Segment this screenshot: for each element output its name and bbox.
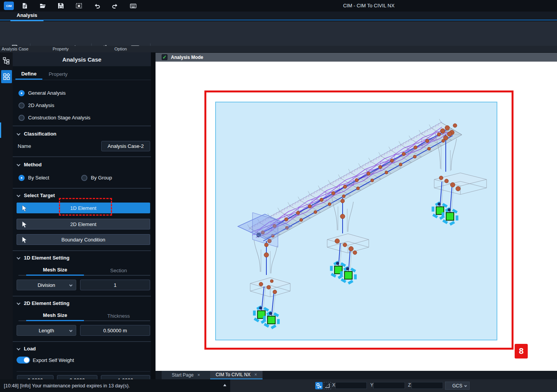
analysis-mode-checkbox[interactable]: ✓ — [162, 54, 167, 60]
toggle-label: Export Self Weight — [33, 357, 74, 363]
load-z-input[interactable]: 1.0000 — [101, 375, 150, 379]
section-header[interactable]: 2D Element Setting — [18, 300, 69, 306]
modules-panel-icon[interactable] — [1, 70, 12, 83]
open-folder-icon[interactable] — [39, 2, 46, 9]
close-window-icon[interactable] — [75, 2, 82, 9]
section-header[interactable]: Select Target — [18, 193, 55, 198]
tab-label: Start Page — [172, 372, 194, 378]
radio-icon — [81, 175, 87, 181]
mesh-length-dropdown[interactable]: Length — [17, 325, 76, 336]
section-header[interactable]: 1D Element Setting — [18, 255, 69, 261]
load-y-input[interactable]: 0.0000 — [57, 375, 97, 379]
panel-tab-row: Define Property — [13, 66, 151, 80]
coordinate-system-dropdown[interactable]: GCS — [445, 382, 470, 390]
radio-icon — [18, 102, 25, 109]
tree-view-icon[interactable] — [3, 57, 10, 64]
dropdown-value: GCS — [452, 383, 462, 389]
button-label: 2D Element — [70, 221, 97, 227]
radio-construction-stage[interactable]: Construction Stage Analysis — [18, 114, 90, 121]
cursor-icon — [22, 205, 28, 212]
app-logo[interactable]: CIM — [4, 2, 14, 10]
y-coordinate-label: Y — [370, 382, 373, 388]
snap-point-icon[interactable] — [315, 382, 323, 389]
divider — [17, 371, 150, 372]
group-label-option: Option — [91, 47, 150, 51]
analysis-mode-bar: ✓ Analysis Mode — [156, 53, 557, 62]
analysis-mode-label: Analysis Mode — [171, 55, 203, 60]
section-header[interactable]: Classification — [18, 131, 57, 137]
strip-active-accent — [0, 122, 1, 138]
menu-tab-analysis[interactable]: Analysis — [10, 12, 43, 21]
chevron-down-icon — [17, 256, 20, 260]
dropdown-value: Division — [38, 282, 55, 288]
cursor-icon — [22, 236, 28, 243]
x-coordinate-label: X — [332, 382, 335, 388]
status-message: [10:48] [Info] Your maintenance period e… — [4, 383, 130, 389]
tab-define[interactable]: Define — [15, 69, 42, 80]
new-document-icon[interactable] — [21, 2, 28, 9]
select-boundary-condition-button[interactable]: Boundary Condition — [17, 234, 150, 245]
tab-label: CIM To CIVIL NX — [216, 372, 251, 377]
tab-mesh-size[interactable]: Mesh Size — [26, 265, 84, 276]
radio-icon — [18, 90, 25, 96]
chevron-down-icon — [17, 162, 20, 166]
annotation-dotted-box — [59, 198, 112, 216]
z-coordinate-label: Z — [408, 382, 411, 388]
division-value-input[interactable]: 1 — [80, 280, 150, 290]
cursor-icon — [22, 221, 28, 228]
radio-label: Construction Stage Analysis — [28, 115, 90, 121]
chevron-down-icon — [69, 283, 72, 286]
name-input[interactable]: Analysis Case-2 — [101, 141, 150, 151]
classification-section: Classification Name Analysis Case-2 — [13, 126, 151, 156]
radio-label: By Group — [91, 175, 112, 181]
chevron-down-icon — [17, 347, 20, 350]
close-icon[interactable]: × — [254, 372, 257, 377]
analysis-case-panel: Analysis Case Define Property General An… — [13, 52, 151, 379]
expand-log-icon[interactable] — [223, 384, 226, 386]
close-icon[interactable]: × — [197, 372, 200, 378]
analysis-type-section: General Analysis 2D Analysis Constructio… — [13, 80, 151, 126]
ribbon: Define Change Tapered Group Global View — [0, 21, 557, 46]
chevron-down-icon — [17, 132, 20, 136]
toggle-knob — [24, 357, 29, 363]
undo-icon[interactable] — [94, 2, 100, 9]
x-coordinate-input[interactable] — [335, 382, 367, 389]
length-value-input[interactable]: 0.50000 m — [80, 325, 150, 336]
button-label: Boundary Condition — [61, 237, 105, 243]
angle-snap-icon[interactable] — [324, 382, 331, 389]
mesh-type-dropdown[interactable]: Division — [17, 280, 76, 290]
tab-section[interactable]: Section — [90, 265, 147, 276]
z-coordinate-input[interactable] — [411, 382, 443, 389]
tab-thickness[interactable]: Thickness — [90, 310, 147, 321]
dropdown-value: Length — [39, 328, 54, 333]
radio-icon — [18, 115, 25, 121]
tab-property[interactable]: Property — [44, 69, 72, 80]
group-label-property: Property — [30, 47, 91, 51]
radio-2d-analysis[interactable]: 2D Analysis — [18, 102, 54, 109]
radio-label: By Select — [28, 175, 49, 181]
radio-general-analysis[interactable]: General Analysis — [18, 89, 66, 96]
subtab-row: Mesh Size Thickness — [18, 310, 150, 321]
chevron-down-icon — [464, 384, 467, 387]
chevron-down-icon — [17, 301, 20, 305]
model-viewport[interactable]: 8 ✓ Analysis Mode — [156, 53, 557, 371]
section-header[interactable]: Load — [18, 346, 36, 352]
radio-label: 2D Analysis — [28, 102, 54, 108]
method-section: Method By Select By Group — [13, 156, 151, 188]
keyboard-icon[interactable] — [130, 2, 137, 9]
load-x-input[interactable]: 0.0000 — [17, 375, 54, 379]
section-header[interactable]: Method — [18, 162, 42, 168]
save-icon[interactable] — [57, 2, 64, 9]
tab-mesh-size-2d[interactable]: Mesh Size — [26, 310, 84, 321]
ribbon-group-bar: Analysis Case Property Option — [0, 46, 557, 52]
document-tab-bar: Start Page × CIM To CIVIL NX × — [156, 371, 557, 379]
export-self-weight-toggle[interactable] — [17, 357, 30, 364]
select-2d-element-button[interactable]: 2D Element — [17, 219, 150, 230]
radio-by-select[interactable]: By Select — [18, 174, 49, 181]
redo-icon[interactable] — [112, 2, 119, 9]
tab-cim-to-civil-nx[interactable]: CIM To CIVIL NX × — [210, 371, 263, 379]
y-coordinate-input[interactable] — [373, 382, 405, 389]
radio-by-group[interactable]: By Group — [81, 174, 112, 181]
tab-start-page[interactable]: Start Page × — [162, 371, 210, 379]
element-2d-setting-section: 2D Element Setting Mesh Size Thickness L… — [13, 296, 151, 341]
